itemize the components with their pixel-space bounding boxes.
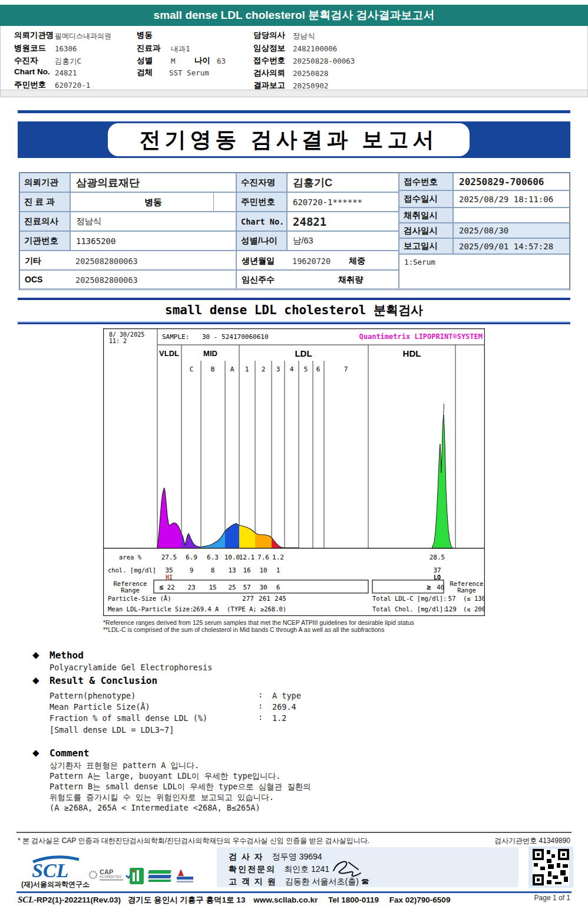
band-label-vldl: VLDL bbox=[159, 349, 179, 358]
diamond-icon: ◆ bbox=[32, 650, 39, 660]
result-item-label: Pattern(phenotype) bbox=[49, 691, 136, 700]
cell-value: 2025/09/01 14:57:28 bbox=[453, 238, 570, 254]
kolas-green-logo bbox=[130, 868, 144, 884]
anab-logo bbox=[177, 869, 193, 883]
staff-name: 정두영 39694 bbox=[272, 852, 322, 861]
subband-6: 6 bbox=[316, 365, 321, 373]
header-divider-strip bbox=[0, 90, 588, 97]
cell-value: 19620720 bbox=[292, 256, 331, 266]
cap-gear-icon bbox=[88, 870, 98, 880]
subband-2: 2 bbox=[262, 365, 266, 373]
cell-label: 접수일시 bbox=[399, 190, 453, 208]
chart-time: 11: 2 bbox=[109, 338, 127, 344]
field-value: SST Serum bbox=[169, 68, 209, 77]
field-label: 담당의사 bbox=[253, 30, 285, 41]
cell-value: 2025/08/30 bbox=[453, 223, 570, 238]
footnote-2: **LDL-C is comprised of the sum of chole… bbox=[103, 626, 384, 633]
staff-role: 검 사 자 bbox=[229, 852, 264, 861]
weight-label: 체중 bbox=[349, 256, 365, 266]
cap-logo-text: CAP bbox=[100, 869, 123, 875]
chol-value: 9 bbox=[190, 567, 194, 574]
band-label-ldl: LDL bbox=[295, 348, 312, 358]
staff-signature-box: 검 사 자정두영 39694 확인전문의최인호 1241 고 객 지 원김동환 … bbox=[217, 847, 518, 887]
cell-value bbox=[453, 208, 570, 223]
diamond-icon: ◆ bbox=[32, 675, 39, 686]
chart-date: 8/ 30/2025 bbox=[109, 331, 144, 338]
area-value: 6.9 bbox=[186, 554, 197, 561]
lab-tel: Tel 1800-0119 bbox=[328, 895, 379, 904]
field-label: 수진자 bbox=[14, 55, 38, 66]
result-item-value: A type bbox=[272, 691, 301, 700]
total-ldl-label: Total LDL-C [mg/dl]: bbox=[372, 595, 447, 602]
field-label: 주민번호 bbox=[14, 80, 46, 90]
field-label: 접수번호 bbox=[253, 55, 285, 66]
area-value: 12.1 bbox=[239, 554, 255, 561]
lab-address: 경기도 용인시 기흥구 흥덕1로 13 bbox=[128, 895, 246, 904]
chol-row-label: chol. [mg/dl] bbox=[108, 567, 156, 574]
qr-code bbox=[528, 847, 573, 888]
field-value: 16306 bbox=[55, 44, 77, 53]
cap-accredited-logo: CAP ACCREDITED bbox=[88, 869, 133, 881]
cell-value: 남/63 bbox=[287, 231, 399, 251]
ref-value: 23 bbox=[187, 584, 195, 591]
order-info-table: 의뢰기관 삼광의료재단 수진자명 김홍기C 진 료 과 병동 주민번호 6207… bbox=[19, 172, 570, 290]
total-chol-value: 129 bbox=[445, 605, 457, 613]
lipoprint-brand: Quantimetrix LIPOPRINT®SYSTEM bbox=[359, 332, 483, 341]
cell-label: 보고일시 bbox=[399, 238, 453, 254]
cell-value: 삼광의료재단 bbox=[70, 173, 236, 192]
lab-fax: Fax 02)790-6509 bbox=[389, 895, 451, 904]
cert-note: * 본 검사실은 CAP 인증과 대한진단검사의학회/진단검사의학재단의 우수검… bbox=[18, 836, 369, 846]
field-label: 나이 bbox=[194, 55, 210, 66]
area-value: 28.5 bbox=[430, 554, 445, 561]
report-page: small dense LDL cholesterol 분획검사 검사결과보고서… bbox=[0, 0, 588, 922]
band-label-mid: MID bbox=[203, 349, 217, 358]
field-value: 20250828-00063 bbox=[293, 57, 355, 65]
footnote-1: *Reference ranges derived from 125 serum… bbox=[103, 619, 414, 626]
field-value: 63 bbox=[217, 57, 226, 65]
sample-id: 30 - 524170060610 bbox=[202, 333, 269, 341]
row-ocs: OCS 2025082800063 bbox=[19, 270, 236, 289]
section-rule-bottom bbox=[18, 322, 570, 324]
row-etc: 기타 2025082800063 bbox=[19, 251, 236, 270]
field-value: 20250902 bbox=[293, 81, 328, 90]
mean-value: 269.4 A bbox=[193, 605, 219, 613]
ref-value: 22 bbox=[167, 584, 174, 591]
cap-logo-subtext: ACCREDITED bbox=[100, 875, 123, 878]
report-title: 전기영동 검사결과 보고서 bbox=[139, 126, 438, 154]
total-ldl-value: 57 bbox=[448, 595, 455, 602]
cell-label: 생년월일 bbox=[242, 256, 275, 266]
cell-value: 김홍기C bbox=[287, 173, 399, 192]
result-colon: : bbox=[258, 701, 263, 710]
diamond-icon: ◆ bbox=[32, 748, 39, 758]
total-chol-ref: (≤ 200) bbox=[463, 605, 485, 613]
result-item-value: 269.4 bbox=[272, 702, 296, 712]
subband-4: 4 bbox=[290, 365, 294, 373]
field-label: 검체 bbox=[137, 67, 153, 78]
field-value: 24821 bbox=[55, 68, 77, 77]
band-label-hdl: HDL bbox=[403, 348, 421, 358]
field-label: Chart No. bbox=[14, 67, 50, 76]
page-indicator: Page 1 of 1 bbox=[534, 894, 570, 902]
field-value: 내과1 bbox=[171, 44, 190, 54]
eqa-stripe bbox=[148, 880, 171, 882]
cell-value: 24821 bbox=[287, 212, 399, 231]
cell-label: 접수번호 bbox=[399, 173, 453, 190]
eqa-stripe bbox=[148, 870, 171, 874]
field-label: 성별 bbox=[137, 55, 153, 66]
field-label: 병동 bbox=[137, 30, 153, 41]
chol-value: 16 bbox=[243, 567, 250, 574]
subband-c: C bbox=[190, 365, 194, 373]
method-body: Polyacrylamide Gel Electrophoresis bbox=[49, 663, 212, 672]
ref-value: 57 bbox=[243, 584, 250, 591]
ref-hdl-min: 40 bbox=[437, 584, 444, 591]
chol-value: 10 bbox=[259, 567, 267, 574]
staff-role: 확인전문의 bbox=[229, 864, 276, 874]
field-value: 620720-1 bbox=[55, 81, 90, 90]
cell-divider bbox=[213, 193, 214, 212]
ward-sublabel: 병동 bbox=[144, 197, 162, 208]
comment-line: 상기환자 표현형은 pattern A 입니다. bbox=[49, 760, 199, 771]
staff-name: 최인호 1241 bbox=[284, 864, 329, 874]
lab-website: www.scllab.co.kr bbox=[253, 895, 318, 904]
field-value: 20250828 bbox=[293, 69, 328, 78]
navy-rule-top bbox=[18, 110, 570, 113]
